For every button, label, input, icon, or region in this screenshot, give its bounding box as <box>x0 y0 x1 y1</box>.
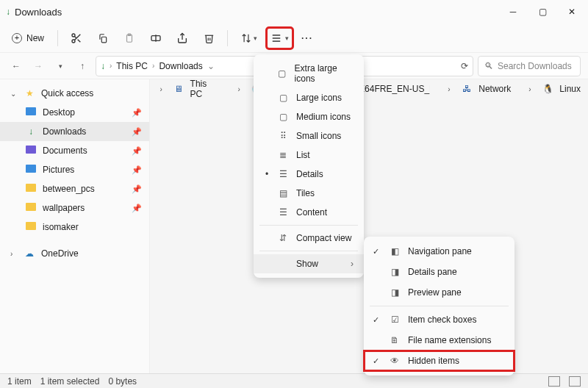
sidebar-item-pictures[interactable]: Pictures 📌 <box>0 160 149 179</box>
more-button[interactable]: ··· <box>295 26 320 50</box>
new-button[interactable]: + New <box>4 26 51 50</box>
new-label: New <box>26 33 44 43</box>
grid-icon: ▢ <box>276 68 287 79</box>
view-menu: ▢Extra large icons ▢Large icons ▢Medium … <box>254 54 364 278</box>
pin-icon: 📌 <box>132 108 142 118</box>
chevron-down-icon: ▾ <box>285 35 289 42</box>
status-bytes: 0 bytes <box>108 376 137 387</box>
sidebar-item-label: Pictures <box>43 165 74 175</box>
grid-icon: ⠿ <box>277 131 289 141</box>
pane-icon: ◨ <box>389 287 401 298</box>
search-icon: 🔍︎ <box>484 61 493 71</box>
sidebar-item-between-pcs[interactable]: between_pcs 📌 <box>0 179 149 198</box>
sidebar-item-label: Linux <box>559 84 581 94</box>
submenu-navigation-pane[interactable]: ✓◧Navigation pane <box>364 241 514 262</box>
eye-icon: 👁 <box>389 356 401 366</box>
menu-separator <box>370 306 509 306</box>
status-item-count: 1 item <box>7 376 32 387</box>
menu-item-content[interactable]: ☰Content <box>254 203 364 222</box>
breadcrumb-downloads[interactable]: Downloads <box>159 61 202 71</box>
desktop-icon <box>26 107 36 115</box>
sidebar-item-label: OneDrive <box>41 248 79 259</box>
chevron-right-icon: › <box>160 85 168 93</box>
chevron-right-icon: › <box>238 85 245 93</box>
menu-item-extra-large-icons[interactable]: ▢Extra large icons <box>254 59 364 88</box>
search-placeholder: Search Downloads <box>498 61 572 71</box>
menu-item-tiles[interactable]: ▤Tiles <box>254 184 364 203</box>
menu-item-medium-icons[interactable]: ▢Medium icons <box>254 107 364 126</box>
share-button[interactable] <box>170 26 195 50</box>
divider <box>227 30 228 46</box>
close-button[interactable]: ✕ <box>562 1 582 22</box>
tiles-icon: ▤ <box>277 188 289 198</box>
list-icon: ≣ <box>277 150 289 160</box>
app-icon: ↓ <box>6 7 10 17</box>
sort-icon <box>241 33 251 43</box>
view-button[interactable]: ▾ <box>266 27 293 49</box>
folder-icon <box>26 222 36 230</box>
menu-item-small-icons[interactable]: ⠿Small icons <box>254 126 364 146</box>
copy-button[interactable] <box>90 26 115 50</box>
sidebar-item-label: Desktop <box>43 107 75 118</box>
menu-item-details[interactable]: •☰Details <box>254 165 364 184</box>
breadcrumb-this-pc[interactable]: This PC <box>116 61 148 71</box>
cut-button[interactable] <box>64 26 89 50</box>
menu-separator <box>259 251 358 251</box>
maximize-button[interactable]: ▢ <box>532 1 553 22</box>
menu-item-large-icons[interactable]: ▢Large icons <box>254 88 364 107</box>
paste-button[interactable] <box>117 26 142 50</box>
up-button[interactable]: ↑ <box>74 61 91 71</box>
delete-button[interactable] <box>196 26 221 50</box>
sort-button[interactable]: ▾ <box>234 26 265 50</box>
rename-button[interactable] <box>143 26 168 50</box>
submenu-details-pane[interactable]: ◨Details pane <box>364 262 514 282</box>
rename-icon <box>150 32 162 44</box>
svg-rect-5 <box>101 37 106 43</box>
refresh-button[interactable]: ⟳ <box>461 61 468 71</box>
sidebar-network[interactable]: › 🖧 Network <box>437 79 518 98</box>
address-dropdown[interactable]: ⌄ <box>207 61 215 71</box>
documents-icon <box>26 146 36 154</box>
chevron-right-icon: › <box>10 250 18 258</box>
sidebar-item-wallpapers[interactable]: wallpapers 📌 <box>0 198 149 218</box>
menu-item-list[interactable]: ≣List <box>254 146 364 165</box>
folder-icon <box>26 184 36 192</box>
back-button[interactable]: ← <box>7 61 25 71</box>
window-title: Downloads <box>15 7 503 18</box>
star-icon: ★ <box>24 88 35 98</box>
sidebar-item-documents[interactable]: Documents 📌 <box>0 141 149 160</box>
sidebar-onedrive[interactable]: › ☁ OneDrive <box>0 244 149 263</box>
sidebar-item-desktop[interactable]: Desktop 📌 <box>0 103 149 122</box>
sidebar-this-pc[interactable]: › 🖥 This PC <box>150 79 228 98</box>
recent-dropdown[interactable]: ▾ <box>51 62 69 70</box>
svg-point-1 <box>72 40 75 43</box>
folder-icon <box>26 203 36 211</box>
submenu-file-extensions[interactable]: 🗎File name extensions <box>364 330 514 351</box>
content-icon: ☰ <box>277 207 289 218</box>
minimize-button[interactable]: ─ <box>503 1 523 22</box>
downloads-folder-icon: ↓ <box>101 61 105 71</box>
sidebar-item-downloads[interactable]: ↓ Downloads 📌 <box>0 122 149 141</box>
scissors-icon <box>71 32 82 44</box>
chevron-right-icon: › <box>528 85 536 93</box>
sidebar-item-label: This PC <box>190 79 220 99</box>
chevron-right-icon: › <box>152 62 154 70</box>
svg-line-4 <box>74 36 76 38</box>
menu-item-show[interactable]: Show› <box>254 254 364 273</box>
pictures-icon <box>26 165 36 173</box>
thumbnails-view-toggle[interactable] <box>569 376 581 387</box>
submenu-item-check-boxes[interactable]: ✓☑Item check boxes <box>364 309 514 330</box>
submenu-preview-pane[interactable]: ◨Preview pane <box>364 282 514 303</box>
clipboard-icon <box>124 32 135 44</box>
forward-button[interactable]: → <box>29 61 47 71</box>
menu-item-compact-view[interactable]: ⇵Compact view <box>254 229 364 248</box>
share-icon <box>176 32 188 44</box>
search-input[interactable]: 🔍︎ Search Downloads <box>478 56 581 76</box>
grid-icon: ▢ <box>277 112 289 122</box>
details-view-toggle[interactable] <box>548 376 560 387</box>
show-submenu: ✓◧Navigation pane ◨Details pane ◨Preview… <box>364 237 514 376</box>
sidebar-quick-access[interactable]: ⌄ ★ Quick access <box>0 84 149 103</box>
sidebar-item-isomaker[interactable]: isomaker <box>0 218 149 237</box>
submenu-hidden-items[interactable]: ✓👁Hidden items <box>364 351 514 371</box>
sidebar-linux[interactable]: › 🐧 Linux <box>518 79 588 98</box>
